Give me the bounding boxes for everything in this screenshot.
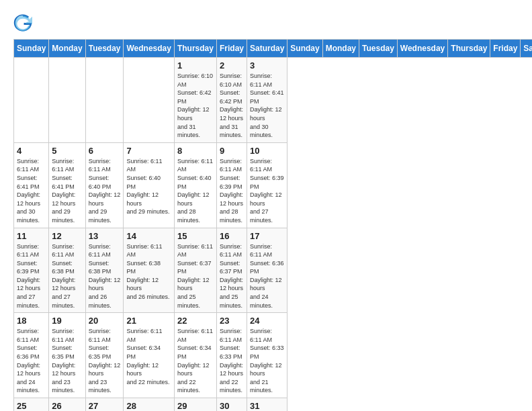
calendar-header-row: SundayMondayTuesdayWednesdayThursdayFrid…	[14, 40, 533, 58]
calendar-cell: 10Sunrise: 6:11 AM Sunset: 6:39 PM Dayli…	[247, 142, 287, 228]
day-info: Sunrise: 6:11 AM Sunset: 6:35 PM Dayligh…	[89, 327, 121, 395]
calendar-cell: 24Sunrise: 6:11 AM Sunset: 6:33 PM Dayli…	[247, 313, 287, 398]
calendar-cell: 21Sunrise: 6:11 AM Sunset: 6:34 PM Dayli…	[124, 313, 174, 398]
day-info: Sunrise: 6:11 AM Sunset: 6:40 PM Dayligh…	[126, 157, 171, 216]
col-header-monday: Monday	[322, 40, 359, 58]
calendar-week-4: 18Sunrise: 6:11 AM Sunset: 6:36 PM Dayli…	[14, 313, 533, 398]
calendar-cell	[124, 58, 174, 143]
calendar-cell: 6Sunrise: 6:11 AM Sunset: 6:40 PM Daylig…	[85, 142, 124, 228]
day-number: 8	[177, 146, 214, 156]
calendar-cell: 20Sunrise: 6:11 AM Sunset: 6:35 PM Dayli…	[85, 313, 124, 398]
day-number: 23	[220, 316, 244, 326]
day-info: Sunrise: 6:11 AM Sunset: 6:33 PM Dayligh…	[250, 327, 284, 395]
calendar-cell: 16Sunrise: 6:11 AM Sunset: 6:37 PM Dayli…	[216, 228, 247, 313]
col-header-wednesday: Wednesday	[397, 40, 447, 58]
day-info: Sunrise: 6:11 AM Sunset: 6:38 PM Dayligh…	[52, 242, 82, 310]
day-number: 18	[17, 316, 46, 326]
day-info: Sunrise: 6:11 AM Sunset: 6:38 PM Dayligh…	[126, 242, 171, 302]
day-number: 13	[89, 231, 121, 241]
day-info: Sunrise: 6:11 AM Sunset: 6:39 PM Dayligh…	[220, 157, 244, 225]
calendar-cell: 30Sunrise: 6:11 AM Sunset: 6:30 PM Dayli…	[216, 398, 247, 412]
calendar-cell: 8Sunrise: 6:11 AM Sunset: 6:40 PM Daylig…	[174, 142, 216, 228]
logo	[13, 13, 35, 32]
day-header-thursday: Thursday	[174, 40, 216, 58]
calendar-cell: 22Sunrise: 6:11 AM Sunset: 6:34 PM Dayli…	[174, 313, 216, 398]
day-info: Sunrise: 6:11 AM Sunset: 6:33 PM Dayligh…	[220, 327, 244, 395]
day-number: 10	[250, 146, 284, 156]
calendar-cell: 2Sunrise: 6:10 AM Sunset: 6:42 PM Daylig…	[216, 58, 247, 143]
calendar-cell: 3Sunrise: 6:11 AM Sunset: 6:41 PM Daylig…	[247, 58, 287, 143]
day-info: Sunrise: 6:11 AM Sunset: 6:35 PM Dayligh…	[52, 327, 82, 395]
day-number: 16	[220, 231, 244, 241]
day-header-tuesday: Tuesday	[85, 40, 124, 58]
calendar-cell: 11Sunrise: 6:11 AM Sunset: 6:39 PM Dayli…	[14, 228, 49, 313]
calendar-cell: 31Sunrise: 6:11 AM Sunset: 6:29 PM Dayli…	[247, 398, 287, 412]
day-number: 29	[177, 401, 214, 411]
day-info: Sunrise: 6:11 AM Sunset: 6:38 PM Dayligh…	[89, 242, 121, 310]
day-number: 31	[250, 401, 284, 411]
col-header-sunday: Sunday	[287, 40, 322, 58]
day-header-saturday: Saturday	[247, 40, 287, 58]
day-number: 4	[17, 146, 46, 156]
day-number: 3	[250, 60, 284, 71]
calendar-cell: 19Sunrise: 6:11 AM Sunset: 6:35 PM Dayli…	[49, 313, 85, 398]
day-number: 19	[52, 316, 82, 326]
logo-icon	[13, 13, 32, 32]
day-info: Sunrise: 6:11 AM Sunset: 6:41 PM Dayligh…	[17, 157, 46, 225]
col-header-tuesday: Tuesday	[359, 40, 398, 58]
calendar-cell: 26Sunrise: 6:11 AM Sunset: 6:32 PM Dayli…	[49, 398, 85, 412]
calendar-cell: 29Sunrise: 6:11 AM Sunset: 6:30 PM Dayli…	[174, 398, 216, 412]
day-header-friday: Friday	[216, 40, 247, 58]
day-header-wednesday: Wednesday	[124, 40, 174, 58]
day-info: Sunrise: 6:11 AM Sunset: 6:34 PM Dayligh…	[126, 327, 171, 386]
calendar-cell: 7Sunrise: 6:11 AM Sunset: 6:40 PM Daylig…	[124, 142, 174, 228]
calendar-cell: 28Sunrise: 6:11 AM Sunset: 6:31 PM Dayli…	[124, 398, 174, 412]
calendar-cell	[85, 58, 124, 143]
day-header-sunday: Sunday	[14, 40, 49, 58]
day-info: Sunrise: 6:11 AM Sunset: 6:37 PM Dayligh…	[220, 242, 244, 310]
calendar-cell	[14, 58, 49, 143]
calendar-cell: 4Sunrise: 6:11 AM Sunset: 6:41 PM Daylig…	[14, 142, 49, 228]
day-number: 15	[177, 231, 214, 241]
calendar-cell: 9Sunrise: 6:11 AM Sunset: 6:39 PM Daylig…	[216, 142, 247, 228]
calendar-cell: 23Sunrise: 6:11 AM Sunset: 6:33 PM Dayli…	[216, 313, 247, 398]
col-header-saturday: Saturday	[521, 40, 532, 58]
calendar-cell: 27Sunrise: 6:11 AM Sunset: 6:31 PM Dayli…	[85, 398, 124, 412]
day-number: 28	[126, 401, 171, 411]
col-header-thursday: Thursday	[448, 40, 490, 58]
day-number: 2	[220, 60, 244, 71]
day-number: 14	[126, 231, 171, 241]
day-info: Sunrise: 6:11 AM Sunset: 6:40 PM Dayligh…	[89, 157, 121, 225]
col-header-friday: Friday	[490, 40, 521, 58]
day-number: 5	[52, 146, 82, 156]
calendar-week-3: 11Sunrise: 6:11 AM Sunset: 6:39 PM Dayli…	[14, 228, 533, 313]
day-number: 11	[17, 231, 46, 241]
day-number: 6	[89, 146, 121, 156]
day-info: Sunrise: 6:11 AM Sunset: 6:36 PM Dayligh…	[17, 327, 46, 395]
day-info: Sunrise: 6:10 AM Sunset: 6:42 PM Dayligh…	[177, 72, 214, 140]
calendar-cell: 18Sunrise: 6:11 AM Sunset: 6:36 PM Dayli…	[14, 313, 49, 398]
day-number: 17	[250, 231, 284, 241]
day-info: Sunrise: 6:10 AM Sunset: 6:42 PM Dayligh…	[220, 72, 244, 140]
day-number: 24	[250, 316, 284, 326]
calendar-cell: 15Sunrise: 6:11 AM Sunset: 6:37 PM Dayli…	[174, 228, 216, 313]
calendar-cell: 1Sunrise: 6:10 AM Sunset: 6:42 PM Daylig…	[174, 58, 216, 143]
day-info: Sunrise: 6:11 AM Sunset: 6:41 PM Dayligh…	[250, 72, 284, 140]
day-number: 27	[89, 401, 121, 411]
day-number: 9	[220, 146, 244, 156]
day-info: Sunrise: 6:11 AM Sunset: 6:39 PM Dayligh…	[250, 157, 284, 225]
day-number: 12	[52, 231, 82, 241]
calendar-cell	[49, 58, 85, 143]
calendar-cell: 5Sunrise: 6:11 AM Sunset: 6:41 PM Daylig…	[49, 142, 85, 228]
day-number: 26	[52, 401, 82, 411]
day-header-monday: Monday	[49, 40, 85, 58]
day-info: Sunrise: 6:11 AM Sunset: 6:41 PM Dayligh…	[52, 157, 82, 225]
day-number: 1	[177, 60, 214, 71]
day-info: Sunrise: 6:11 AM Sunset: 6:34 PM Dayligh…	[177, 327, 214, 395]
calendar-cell: 13Sunrise: 6:11 AM Sunset: 6:38 PM Dayli…	[85, 228, 124, 313]
calendar-cell: 17Sunrise: 6:11 AM Sunset: 6:36 PM Dayli…	[247, 228, 287, 313]
day-number: 30	[220, 401, 244, 411]
day-info: Sunrise: 6:11 AM Sunset: 6:40 PM Dayligh…	[177, 157, 214, 225]
day-info: Sunrise: 6:11 AM Sunset: 6:37 PM Dayligh…	[177, 242, 214, 310]
calendar-week-2: 4Sunrise: 6:11 AM Sunset: 6:41 PM Daylig…	[14, 142, 533, 228]
